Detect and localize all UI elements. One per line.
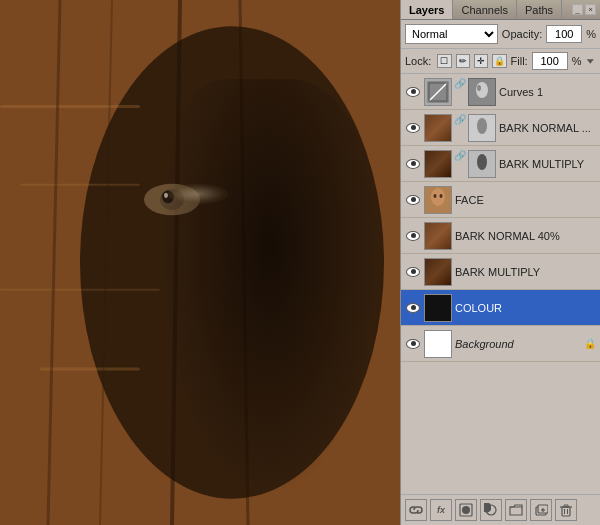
- layer-thumb-mask-bark-multiply: [468, 150, 496, 178]
- layer-item-colour[interactable]: COLOUR: [401, 290, 600, 326]
- tab-channels[interactable]: Channels: [453, 0, 516, 19]
- svg-rect-6: [40, 368, 140, 371]
- layer-name-curves1: Curves 1: [499, 86, 596, 98]
- svg-point-12: [160, 189, 184, 210]
- layer-visibility-colour[interactable]: [405, 300, 421, 316]
- chain-icon-bark-multiply: 🔗: [454, 150, 466, 178]
- lock-image-button[interactable]: ✏: [456, 54, 470, 68]
- layer-visibility-bark-multiply[interactable]: [405, 156, 421, 172]
- layer-thumbs-bark-multiply: 🔗: [424, 150, 496, 178]
- layers-wrapper: 🔗 Curves 1 🔗: [401, 74, 600, 494]
- panel-close-area: _ ×: [568, 0, 600, 19]
- tab-paths[interactable]: Paths: [517, 0, 562, 19]
- layer-name-colour: COLOUR: [455, 302, 596, 314]
- opacity-input[interactable]: [546, 25, 582, 43]
- eye-icon-bark-multiply: [406, 159, 420, 169]
- lock-label: Lock:: [405, 55, 431, 67]
- eye-icon-background: [406, 339, 420, 349]
- layer-visibility-bark-normal2[interactable]: [405, 120, 421, 136]
- layer-item-background[interactable]: Background 🔒: [401, 326, 600, 362]
- layer-visibility-background[interactable]: [405, 336, 421, 352]
- trash-icon: [559, 503, 573, 517]
- blend-opacity-row: NormalDissolveMultiplyScreenOverlay Opac…: [401, 20, 600, 49]
- tab-layers[interactable]: Layers: [401, 0, 453, 19]
- layer-thumbs-bark-normal2: 🔗: [424, 114, 496, 142]
- layer-name-bark-multiply: BARK MULTIPLY: [499, 158, 596, 170]
- layer-thumb-main-bark-normal40: [424, 222, 452, 250]
- eye-icon-bark-normal40: [406, 231, 420, 241]
- layer-thumbs-curves1: 🔗: [424, 78, 496, 106]
- layer-name-bark-multiply2: BARK MULTIPLY: [455, 266, 596, 278]
- layer-name-bark-normal2: BARK NORMAL ...: [499, 122, 596, 134]
- layer-thumbs-bark-multiply2: [424, 258, 452, 286]
- svg-point-2: [80, 26, 384, 499]
- svg-point-14: [164, 193, 168, 198]
- layer-item-bark-normal2[interactable]: 🔗 BARK NORMAL ...: [401, 110, 600, 146]
- layer-thumbs-face: [424, 186, 452, 214]
- layer-item-bark-multiply[interactable]: 🔗 BARK MULTIPLY: [401, 146, 600, 182]
- panel-tab-bar: Layers Channels Paths _ ×: [401, 0, 600, 20]
- mask-icon: [459, 503, 473, 517]
- layer-item-bark-normal40[interactable]: BARK NORMAL 40%: [401, 218, 600, 254]
- layer-item-face[interactable]: FACE: [401, 182, 600, 218]
- canvas-area: [0, 0, 400, 525]
- layer-name-face: FACE: [455, 194, 596, 206]
- layer-fx-button[interactable]: fx: [430, 499, 452, 521]
- fill-percent: %: [572, 55, 582, 67]
- layer-thumb-main-bark-normal2: [424, 114, 452, 142]
- eye-icon-bark-multiply2: [406, 267, 420, 277]
- opacity-label: Opacity:: [502, 28, 542, 40]
- svg-point-30: [440, 194, 443, 198]
- adjustment-icon: [484, 503, 498, 517]
- fill-arrow-icon: [585, 55, 596, 67]
- new-adjustment-button[interactable]: [480, 499, 502, 521]
- fx-label: fx: [437, 505, 445, 515]
- new-group-button[interactable]: [505, 499, 527, 521]
- eye-icon-face: [406, 195, 420, 205]
- blend-mode-select[interactable]: NormalDissolveMultiplyScreenOverlay: [405, 24, 498, 44]
- delete-layer-button[interactable]: [555, 499, 577, 521]
- svg-rect-4: [20, 184, 140, 186]
- layers-list: 🔗 Curves 1 🔗: [401, 74, 600, 494]
- svg-rect-5: [0, 289, 160, 291]
- layer-visibility-bark-multiply2[interactable]: [405, 264, 421, 280]
- layer-visibility-bark-normal40[interactable]: [405, 228, 421, 244]
- panel-toolbar: fx: [401, 494, 600, 525]
- add-mask-button[interactable]: [455, 499, 477, 521]
- main-container: Layers Channels Paths _ × NormalDissolve…: [0, 0, 600, 525]
- layer-name-bark-normal40: BARK NORMAL 40%: [455, 230, 596, 242]
- layer-thumb-main-colour: [424, 294, 452, 322]
- layer-thumb-mask-curves1: [468, 78, 496, 106]
- layers-panel: Layers Channels Paths _ × NormalDissolve…: [400, 0, 600, 525]
- svg-point-32: [462, 506, 470, 514]
- layer-thumb-main-bark-multiply: [424, 150, 452, 178]
- layer-thumb-main-curves1: [424, 78, 452, 106]
- svg-point-22: [477, 85, 481, 91]
- new-layer-button[interactable]: [530, 499, 552, 521]
- svg-rect-38: [562, 507, 570, 516]
- eye-icon-curves1: [406, 87, 420, 97]
- svg-point-26: [477, 154, 487, 170]
- lock-position-button[interactable]: ✛: [474, 54, 488, 68]
- lock-icon-background: 🔒: [584, 338, 596, 349]
- layer-item-curves1[interactable]: 🔗 Curves 1: [401, 74, 600, 110]
- chain-icon-bark-normal2: 🔗: [454, 114, 466, 142]
- lock-transparent-button[interactable]: ☐: [437, 54, 451, 68]
- fill-label: Fill:: [511, 55, 528, 67]
- svg-point-29: [434, 194, 437, 198]
- layer-visibility-curves1[interactable]: [405, 84, 421, 100]
- layer-thumbs-colour: [424, 294, 452, 322]
- svg-line-10: [240, 0, 248, 525]
- svg-point-13: [162, 191, 174, 204]
- layer-thumbs-background: [424, 330, 452, 358]
- layer-visibility-face[interactable]: [405, 192, 421, 208]
- link-icon: [409, 503, 423, 517]
- fill-input[interactable]: [532, 52, 568, 70]
- lock-all-button[interactable]: 🔒: [492, 54, 506, 68]
- svg-point-11: [144, 184, 200, 216]
- minimize-button[interactable]: _: [572, 4, 583, 15]
- close-button[interactable]: ×: [585, 4, 596, 15]
- layer-item-bark-multiply2[interactable]: BARK MULTIPLY: [401, 254, 600, 290]
- link-layers-button[interactable]: [405, 499, 427, 521]
- layer-name-background: Background: [455, 338, 581, 350]
